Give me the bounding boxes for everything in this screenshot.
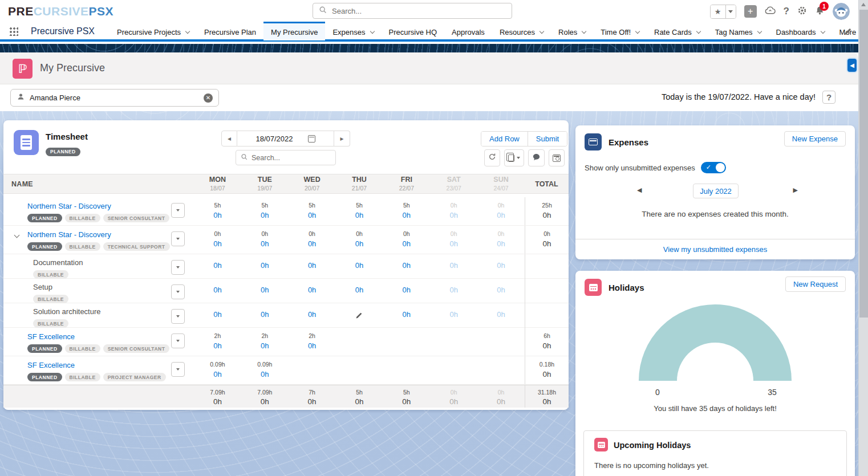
timesheet-cell[interactable]: 0h [289,279,336,303]
timesheet-cell[interactable]: 0h [336,254,383,279]
timesheet-cell[interactable]: 2h0h [289,328,336,356]
timesheet-cell[interactable]: 0h0h [430,197,477,225]
user-avatar[interactable] [833,3,850,20]
tab-resources[interactable]: Resources [492,22,551,40]
unsubmitted-expenses-toggle[interactable]: ✓ [701,162,726,173]
timesheet-cell[interactable] [383,356,430,384]
timesheet-cell[interactable] [289,356,336,384]
timesheet-cell[interactable]: 5h0h [289,197,336,225]
help-button[interactable]: ? [784,6,789,17]
row-menu-button[interactable] [171,260,185,275]
schedule-button[interactable] [549,149,565,166]
week-date-picker[interactable]: 18/07/2022 [237,131,334,147]
user-filter-input[interactable] [30,93,204,102]
collapse-panel-button[interactable]: ◀ [846,58,858,73]
quick-add-button[interactable]: + [744,5,757,18]
timesheet-cell[interactable] [430,356,477,384]
timesheet-cell[interactable]: 5h0h [383,197,430,225]
timesheet-cell[interactable]: 0h [383,254,430,279]
timesheet-cell[interactable] [336,328,383,356]
timesheet-cell[interactable]: 0h [289,303,336,328]
user-filter-combobox[interactable]: ✕ [10,89,219,107]
timesheet-search[interactable] [236,150,336,165]
setup-button[interactable] [797,6,807,17]
app-launcher-icon[interactable] [9,27,18,36]
previous-month-button[interactable]: ◀ [637,186,642,194]
timesheet-cell[interactable]: 2h0h [194,328,241,356]
row-menu-button[interactable] [171,284,185,299]
timesheet-cell[interactable]: 0h [430,254,477,279]
edit-navigation-pencil-icon[interactable] [843,27,852,38]
timesheet-cell[interactable] [336,356,383,384]
timesheet-search-input[interactable] [252,154,320,162]
tab-rate-cards[interactable]: Rate Cards [647,22,708,40]
new-expense-button[interactable]: New Expense [784,131,846,147]
row-menu-button[interactable] [171,231,185,246]
next-week-button[interactable]: ▸ [334,131,350,147]
timesheet-cell[interactable]: 0h [383,303,430,328]
timesheet-cell[interactable]: 0h0h [477,226,525,254]
scrollbar-up-arrow[interactable] [861,3,866,6]
sync-cloud-button[interactable] [765,6,776,17]
notifications-button[interactable]: 1 [815,6,825,17]
tab-expenses[interactable]: Expenses [325,22,381,40]
row-name[interactable]: Northern Star - Discovery [27,230,111,239]
view-unsubmitted-expenses-link[interactable]: View my unsubmitted expenses [663,245,768,254]
timesheet-cell[interactable]: 0h0h [477,197,525,225]
timesheet-cell[interactable]: 0h [336,279,383,303]
timesheet-cell[interactable]: 0h [289,254,336,279]
month-picker-button[interactable]: July 2022 [693,184,739,198]
tab-precursive-projects[interactable]: Precursive Projects [109,22,197,40]
favorites-menu-button[interactable] [725,5,736,18]
row-menu-button[interactable] [171,203,185,218]
timesheet-cell[interactable] [383,328,430,356]
timesheet-cell[interactable] [477,356,525,384]
timesheet-cell[interactable]: 0h [383,279,430,303]
tab-time-off-[interactable]: Time Off! [593,22,647,40]
timesheet-cell[interactable]: 0h [477,279,525,303]
timesheet-cell[interactable]: 0h [241,254,289,279]
tab-approvals[interactable]: Approvals [444,22,492,40]
timesheet-cell[interactable]: 0h0h [241,226,289,254]
timesheet-cell[interactable]: 0.09h0h [241,356,289,384]
tab-precursive-hq[interactable]: Precursive HQ [382,22,445,40]
clear-filter-icon[interactable]: ✕ [204,93,213,103]
timesheet-cell[interactable]: 2h0h [241,328,289,356]
page-help-button[interactable]: ? [822,91,835,104]
timesheet-cell[interactable]: 5h0h [336,197,383,225]
add-row-button[interactable]: Add Row [481,132,528,146]
timesheet-cell[interactable]: 5h0h [241,197,289,225]
vertical-scrollbar[interactable] [858,0,868,476]
timesheet-cell[interactable]: 0h0h [194,226,241,254]
timesheet-cell[interactable]: 5h0h [194,197,241,225]
timesheet-cell[interactable]: 0h [241,279,289,303]
timesheet-cell[interactable]: 0h0h [289,226,336,254]
timesheet-cell[interactable] [336,303,383,328]
timesheet-cell[interactable]: 0h0h [430,226,477,254]
new-request-button[interactable]: New Request [785,276,846,292]
tab-my-precursive[interactable]: My Precursive [263,22,325,40]
refresh-button[interactable] [484,149,500,166]
row-menu-button[interactable] [171,309,185,324]
favorites-star-button[interactable]: ★ [711,5,725,18]
timesheet-cell[interactable]: 0.09h0h [194,356,241,384]
timesheet-cell[interactable]: 0h0h [383,226,430,254]
next-month-button[interactable]: ▶ [793,186,798,194]
row-name[interactable]: SF Excellence [27,332,75,341]
timesheet-cell[interactable]: 0h [194,254,241,279]
timesheet-cell[interactable]: 0h [477,254,525,279]
scrollbar-thumb[interactable] [859,10,868,318]
timesheet-cell[interactable]: 0h [430,279,477,303]
tab-dashboards[interactable]: Dashboards [769,22,832,40]
timesheet-cell[interactable]: 0h [241,303,289,328]
row-name[interactable]: Northern Star - Discovery [27,202,111,210]
timesheet-cell[interactable]: 0h0h [336,226,383,254]
timesheet-cell[interactable]: 0h [430,303,477,328]
global-search-input[interactable] [332,7,492,15]
timesheet-cell[interactable]: 0h [194,303,241,328]
chevron-down-icon[interactable] [14,233,20,238]
global-search[interactable] [313,3,512,19]
row-menu-button[interactable] [171,362,185,377]
timesheet-cell[interactable] [477,328,525,356]
timesheet-cell[interactable]: 0h [194,279,241,303]
